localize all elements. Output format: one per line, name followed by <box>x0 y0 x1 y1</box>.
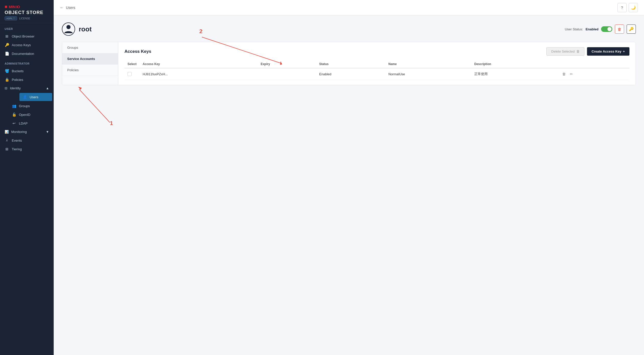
chevron-down-icon: ▼ <box>46 130 49 134</box>
identity-label: Identity <box>10 86 21 90</box>
panel-item-groups[interactable]: Groups <box>62 42 118 53</box>
license-text: LICENSE <box>19 17 30 20</box>
row-delete-button[interactable]: 🗑 <box>561 71 567 77</box>
theme-toggle-button[interactable]: 🌙 <box>629 3 638 12</box>
section-header: Access Keys Delete Selected 🗑 Create Acc… <box>124 47 629 56</box>
row-actions: 🗑 ✏ <box>561 71 626 77</box>
sidebar: ■ MINIO OBJECT STORE AGPL 🛡 LICENSE User… <box>0 0 54 355</box>
brand-badge: AGPL 🛡 <box>5 16 17 20</box>
panel-item-service-accounts[interactable]: Service Accounts <box>62 53 118 65</box>
sidebar-item-label: Events <box>12 139 22 142</box>
identity-icon: ⊟ <box>5 86 7 90</box>
avatar <box>62 22 75 36</box>
key-icon: 🔑 <box>5 43 9 47</box>
col-select: Select <box>124 60 140 68</box>
sidebar-item-ldap[interactable]: ↩ LDAP <box>12 119 54 128</box>
chevron-up-icon: ▲ <box>46 86 49 90</box>
key-icon: 🔑 <box>629 27 634 31</box>
sidebar-item-groups[interactable]: 👥 Groups <box>12 102 54 110</box>
sidebar-item-object-browser[interactable]: ⊞ Object Browser <box>0 32 54 41</box>
user-actions: User Status: Enabled 🗑 🔑 <box>565 25 636 34</box>
delete-selected-button[interactable]: Delete Selected 🗑 <box>546 47 584 56</box>
events-icon: λ <box>5 138 9 142</box>
monitoring-icon: 📊 <box>5 130 9 134</box>
sidebar-item-label: LDAP <box>19 121 28 125</box>
brand-min: MIN <box>9 5 16 9</box>
left-panel: Groups Service Accounts Policies <box>62 42 118 85</box>
sidebar-item-label: Access Keys <box>12 43 31 47</box>
topbar-right: ? 🌙 <box>617 3 638 12</box>
sidebar-item-monitoring[interactable]: 📊 Monitoring ▼ <box>0 128 54 136</box>
status-label: User Status: <box>565 27 583 31</box>
trash-icon: 🗑 <box>562 72 566 76</box>
help-icon: ? <box>621 5 623 10</box>
user-status: User Status: Enabled <box>565 26 612 32</box>
sidebar-item-users[interactable]: 👤 Users <box>19 93 52 101</box>
sidebar-item-label: Groups <box>19 104 30 108</box>
back-arrow-icon: ← <box>60 5 64 10</box>
logo-area: ■ MINIO OBJECT STORE AGPL 🛡 LICENSE <box>0 0 54 23</box>
sidebar-item-label: Users <box>30 95 38 99</box>
access-keys-table: Select Access Key Expiry Status Name Des… <box>124 60 629 80</box>
trash-icon: 🗑 <box>576 50 580 53</box>
name-value: NormalUse <box>385 68 471 80</box>
agpl-text: AGPL <box>6 17 13 20</box>
edit-icon: ✏ <box>570 72 573 76</box>
col-actions <box>558 60 629 68</box>
key-button[interactable]: 🔑 <box>627 25 636 34</box>
create-access-key-button[interactable]: Create Access Key + <box>587 47 629 56</box>
policies-icon: 🔒 <box>5 78 9 82</box>
status-value: Enabled <box>585 27 599 31</box>
sidebar-item-label: Object Browser <box>12 34 34 38</box>
access-keys-title: Access Keys <box>124 49 151 54</box>
delete-user-button[interactable]: 🗑 <box>615 25 624 34</box>
doc-icon: 📄 <box>5 52 9 56</box>
plus-icon: + <box>623 50 625 53</box>
status-value: Enabled <box>316 68 385 80</box>
back-users-link[interactable]: Users <box>66 6 75 10</box>
moon-icon: 🌙 <box>631 5 636 10</box>
status-toggle[interactable] <box>601 26 612 32</box>
tiering-icon: ⊞ <box>5 147 9 151</box>
content-area: root User Status: Enabled 🗑 🔑 <box>54 15 644 355</box>
sidebar-item-identity[interactable]: ⊟ Identity ▲ <box>0 84 54 92</box>
col-access-key: Access Key <box>140 60 258 68</box>
col-expiry: Expiry <box>258 60 316 68</box>
svg-point-0 <box>66 25 71 29</box>
access-key-value: HJ811fuxPZxH... <box>140 68 258 80</box>
main-content: ← Users ? 🌙 <box>54 0 644 355</box>
sidebar-item-policies[interactable]: 🔒 Policies <box>0 75 54 84</box>
brand-product: OBJECT STORE <box>5 10 49 15</box>
user-info: root <box>62 22 92 36</box>
shield-icon: 🛡 <box>13 17 15 20</box>
table-row: HJ811fuxPZxH... Enabled NormalUse 正常使用 🗑 <box>124 68 629 80</box>
logo-icon: ■ <box>5 4 7 9</box>
sidebar-item-tiering[interactable]: ⊞ Tiering <box>0 145 54 153</box>
sidebar-item-buckets[interactable]: 🪣 Buckets <box>0 67 54 75</box>
sidebar-item-documentation[interactable]: 📄 Documentation <box>0 49 54 58</box>
topbar-left: ← Users <box>60 5 75 10</box>
buckets-icon: 🪣 <box>5 69 9 73</box>
sidebar-item-access-keys[interactable]: 🔑 Access Keys <box>0 41 54 49</box>
panel-item-policies[interactable]: Policies <box>62 65 118 76</box>
col-description: Description <box>471 60 558 68</box>
brand-io: IO <box>16 5 20 9</box>
row-edit-button[interactable]: ✏ <box>569 71 574 77</box>
ldap-icon: ↩ <box>12 121 16 125</box>
delete-selected-label: Delete Selected <box>551 50 575 53</box>
sidebar-item-openid[interactable]: 🔓 OpenID <box>12 110 54 119</box>
sidebar-item-events[interactable]: λ Events <box>0 136 54 145</box>
row-checkbox[interactable] <box>128 72 132 76</box>
panels: Groups Service Accounts Policies Access … <box>62 42 636 85</box>
expiry-value <box>258 68 316 80</box>
sidebar-admin-section: Administrator <box>0 58 54 67</box>
openid-icon: 🔓 <box>12 113 16 117</box>
col-name: Name <box>385 60 471 68</box>
help-button[interactable]: ? <box>617 3 627 12</box>
description-value: 正常使用 <box>471 68 558 80</box>
col-status: Status <box>316 60 385 68</box>
sidebar-user-section: User <box>0 23 54 32</box>
sidebar-item-label: Tiering <box>12 147 22 151</box>
header-actions: Delete Selected 🗑 Create Access Key + <box>546 47 629 56</box>
create-label: Create Access Key <box>592 50 622 53</box>
